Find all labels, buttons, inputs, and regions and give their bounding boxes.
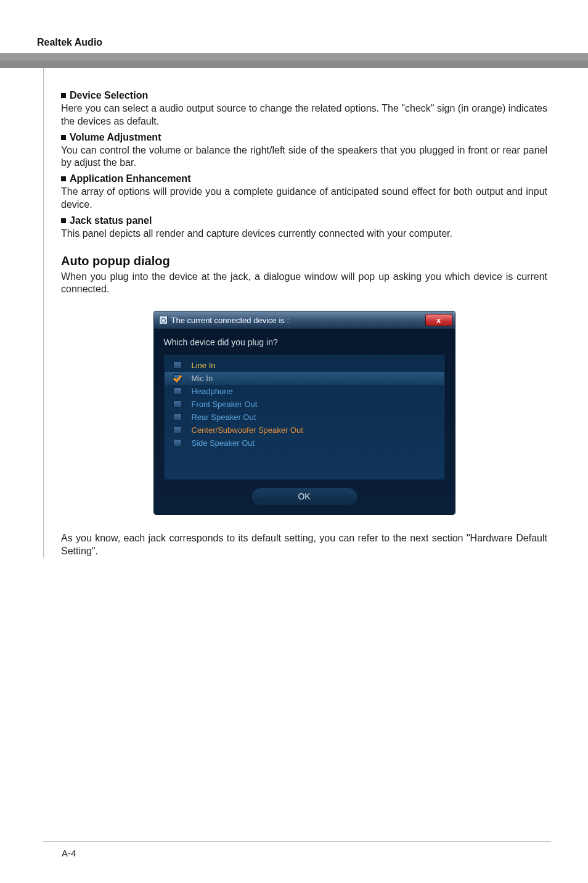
device-list: Line InMic InHeadphoneFront Speaker OutR… <box>164 355 445 480</box>
dialog-body: Which device did you plug in? Line InMic… <box>154 329 455 514</box>
checkbox-icon <box>173 400 184 409</box>
checkbox-icon <box>173 387 184 396</box>
bullet-square-icon <box>61 135 66 140</box>
dialog-screenshot: The current connected device is : x Whic… <box>61 311 547 515</box>
heading-text: Application Enhancement <box>70 173 190 184</box>
heading-application-enhancement: Application Enhancement <box>61 173 547 184</box>
device-option-label: Mic In <box>192 374 213 383</box>
dialog-titlebar: The current connected device is : x <box>154 311 455 329</box>
text-auto-popup-outro: As you know, each jack corresponds to it… <box>61 532 547 558</box>
device-option-label: Line In <box>192 361 216 370</box>
page-footer: A-4 <box>0 841 588 858</box>
text-jack-status: This panel depicts all render and captur… <box>61 228 547 240</box>
device-option-label: Rear Speaker Out <box>192 413 256 422</box>
heading-text: Device Selection <box>70 90 148 101</box>
heading-jack-status: Jack status panel <box>61 215 547 226</box>
checkbox-icon <box>173 426 184 435</box>
device-option[interactable]: Rear Speaker Out <box>165 411 444 424</box>
device-option[interactable]: Center/Subwoofer Speaker Out <box>165 424 444 437</box>
device-option[interactable]: Mic In <box>165 372 444 385</box>
heading-text: Jack status panel <box>70 215 152 226</box>
device-option-label: Front Speaker Out <box>192 400 258 409</box>
device-dialog: The current connected device is : x Whic… <box>153 311 455 515</box>
text-application-enhancement: The array of options will provide you a … <box>61 186 547 212</box>
speaker-icon <box>159 316 168 324</box>
close-button[interactable]: x <box>425 314 452 326</box>
dialog-question: Which device did you plug in? <box>164 337 445 347</box>
device-option[interactable]: Side Speaker Out <box>165 437 444 450</box>
checkbox-icon <box>173 361 184 370</box>
bullet-square-icon <box>61 93 66 98</box>
ok-button[interactable]: OK <box>252 488 357 504</box>
checkbox-icon <box>173 413 184 422</box>
heading-auto-popup: Auto popup dialog <box>61 254 547 268</box>
device-option-label: Headphone <box>192 387 233 396</box>
page-number: A-4 <box>62 848 588 858</box>
text-device-selection: Here you can select a audio output sourc… <box>61 102 547 128</box>
dialog-title: The current connected device is : <box>171 316 425 325</box>
device-option[interactable]: Line In <box>165 359 444 372</box>
device-option[interactable]: Headphone <box>165 385 444 398</box>
heading-text: Volume Adjustment <box>70 132 161 142</box>
footer-rule <box>43 841 551 842</box>
checkbox-icon <box>173 374 184 383</box>
device-option[interactable]: Front Speaker Out <box>165 398 444 411</box>
header-divider-bar <box>0 53 588 68</box>
content-area: Device Selection Here you can select a a… <box>43 68 551 558</box>
device-option-label: Center/Subwoofer Speaker Out <box>192 425 303 435</box>
heading-volume-adjustment: Volume Adjustment <box>61 132 547 143</box>
device-option-label: Side Speaker Out <box>192 438 255 448</box>
text-volume-adjustment: You can control the volume or balance th… <box>61 144 547 170</box>
bullet-square-icon <box>61 176 66 181</box>
page-header-title: Realtek Audio <box>37 37 551 48</box>
heading-device-selection: Device Selection <box>61 90 547 101</box>
checkbox-icon <box>173 439 184 448</box>
text-auto-popup-intro: When you plug into the device at the jac… <box>61 271 547 297</box>
bullet-square-icon <box>61 218 66 223</box>
